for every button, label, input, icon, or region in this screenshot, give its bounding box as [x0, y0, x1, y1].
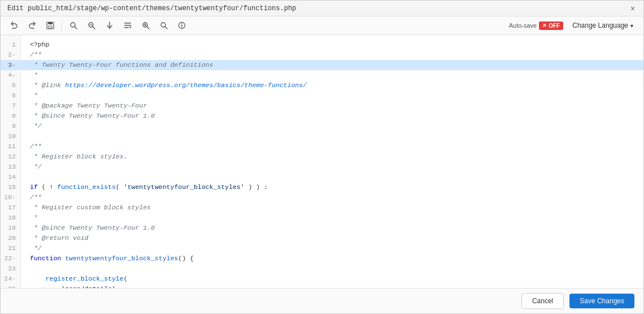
columns-button[interactable]: [121, 20, 134, 31]
autosave-control: Auto-save ✕ OFF: [509, 21, 564, 30]
code-line: */: [21, 121, 643, 131]
line-number: 12: [1, 152, 20, 162]
search-button[interactable]: [67, 20, 80, 31]
change-language-label: Change Language: [572, 21, 628, 29]
line-number: 2·: [1, 50, 20, 60]
line-number: 23: [1, 264, 20, 274]
toggle-off-label: OFF: [549, 23, 560, 29]
line-number: 17: [1, 203, 20, 213]
line-number: 5: [1, 80, 20, 91]
chevron-down-icon: ▾: [630, 23, 633, 29]
line-number: 8: [1, 111, 20, 121]
line-number: 14: [1, 172, 20, 182]
close-icon[interactable]: ×: [629, 5, 637, 12]
line-number: 20: [1, 233, 20, 243]
svg-rect-9: [124, 23, 131, 24]
line-number: 19: [1, 223, 20, 233]
zoom-out-button[interactable]: [85, 20, 98, 31]
line-number: 18: [1, 213, 20, 223]
save-icon-button[interactable]: [43, 20, 57, 31]
code-line: [21, 172, 643, 182]
line-number: 1: [1, 40, 20, 50]
code-line: <?php: [21, 40, 643, 50]
editor-body: 12·3·4·5678910111213141516·171819202122·…: [1, 35, 643, 288]
redo-button[interactable]: [25, 20, 39, 31]
undo-button[interactable]: [7, 20, 21, 31]
line-number: 13: [1, 162, 20, 172]
code-line: */: [21, 243, 643, 253]
zoom-in-button[interactable]: [139, 20, 153, 31]
line-number: 15: [1, 182, 20, 192]
line-number: 7: [1, 101, 20, 111]
svg-line-4: [75, 27, 77, 29]
toolbar-right: Auto-save ✕ OFF Change Language ▾: [509, 20, 637, 31]
arrow-down-button[interactable]: [103, 20, 116, 31]
info-button[interactable]: [175, 20, 189, 31]
code-line: *: [21, 91, 643, 101]
code-line: if ( ! function_exists( 'twentytwentyfou…: [21, 182, 643, 192]
code-line: * @since Twenty Twenty-Four 1.0: [21, 223, 643, 233]
line-number: 9: [1, 121, 20, 131]
code-line: [21, 264, 643, 274]
code-line: * Register block styles.: [21, 152, 643, 162]
cancel-button[interactable]: Cancel: [521, 293, 564, 309]
line-number: 6: [1, 91, 20, 101]
toggle-x-icon: ✕: [542, 23, 547, 28]
line-number: 21: [1, 243, 20, 253]
code-line: * @since Twenty Twenty-Four 1.0: [21, 111, 643, 121]
code-line: /**: [21, 192, 643, 203]
line-numbers: 12·3·4·5678910111213141516·171819202122·…: [1, 35, 21, 288]
code-line: *: [21, 70, 643, 80]
code-area[interactable]: <?php/** * Twenty Twenty-Four functions …: [21, 35, 643, 288]
line-number: 11: [1, 141, 20, 152]
toolbar-left: [7, 20, 189, 31]
code-line: * Register custom block styles: [21, 203, 643, 213]
code-line: register_block_style(: [21, 274, 643, 284]
line-number: 3·: [1, 60, 20, 70]
svg-line-17: [165, 27, 167, 29]
code-line: * @package Twenty Twenty-Four: [21, 101, 643, 111]
code-line: function twentytwentyfour_block_styles()…: [21, 253, 643, 264]
line-number: 24·: [1, 274, 20, 284]
svg-rect-1: [48, 22, 53, 24]
svg-rect-2: [49, 26, 52, 28]
line-number: 10: [1, 131, 20, 141]
line-number: 22·: [1, 253, 20, 264]
code-line: * Twenty Twenty-Four functions and defin…: [21, 60, 643, 70]
autosave-toggle[interactable]: ✕ OFF: [539, 21, 563, 30]
svg-point-20: [181, 23, 182, 24]
code-line: */: [21, 162, 643, 172]
footer: Cancel Save Changes: [1, 288, 643, 313]
svg-line-7: [93, 27, 95, 29]
code-line: 'core/details',: [21, 284, 643, 288]
title-bar: Edit public_html/stage/wp-content/themes…: [1, 1, 643, 16]
svg-rect-10: [124, 25, 131, 26]
svg-line-15: [147, 27, 149, 29]
editor-title: Edit public_html/stage/wp-content/themes…: [7, 5, 296, 12]
code-line: * @return void: [21, 233, 643, 243]
code-line: [21, 131, 643, 141]
code-line: /**: [21, 141, 643, 152]
line-number: 4·: [1, 70, 20, 80]
zoom-reset-button[interactable]: [157, 20, 171, 31]
change-language-button[interactable]: Change Language ▾: [569, 20, 637, 31]
line-number: 25: [1, 284, 20, 288]
svg-rect-11: [124, 27, 129, 28]
editor-modal: Edit public_html/stage/wp-content/themes…: [0, 0, 644, 314]
code-line: /**: [21, 50, 643, 60]
toolbar-separator: [62, 20, 62, 31]
code-line: * @link https://developer.wordpress.org/…: [21, 80, 643, 91]
save-changes-button[interactable]: Save Changes: [569, 294, 634, 308]
code-line: *: [21, 213, 643, 223]
toolbar: Auto-save ✕ OFF Change Language ▾: [1, 16, 643, 35]
line-number: 16·: [1, 192, 20, 203]
autosave-label: Auto-save: [509, 22, 537, 29]
